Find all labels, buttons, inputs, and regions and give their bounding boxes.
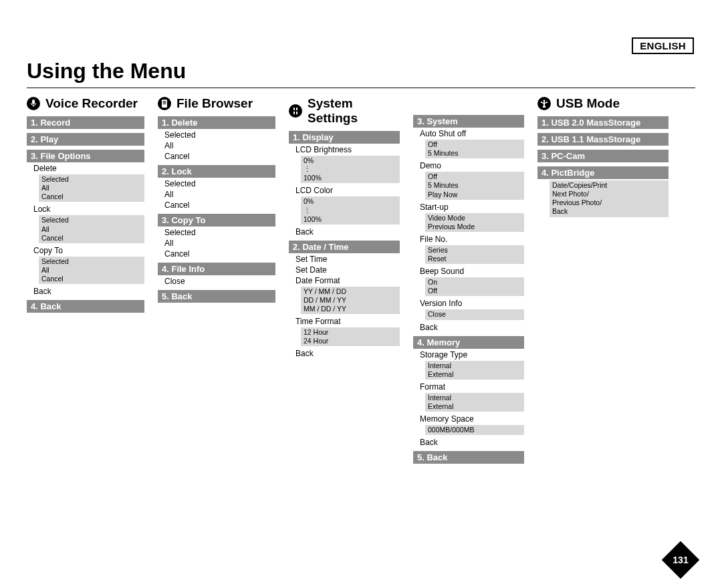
usb-20: 1. USB 2.0 MassStorage xyxy=(537,116,669,129)
heading-settings: System Settings xyxy=(308,96,400,126)
fb-delete: 1. Delete xyxy=(158,116,275,129)
section-head-filebrowser: File Browser xyxy=(158,96,275,111)
col-usb: USB Mode 1. USB 2.0 MassStorage 2. USB 1… xyxy=(537,96,669,220)
page-number: 131 xyxy=(667,547,694,573)
svg-rect-2 xyxy=(163,102,166,103)
fb-lock: 2. Lock xyxy=(158,165,275,178)
display-back: Back xyxy=(289,227,400,237)
fo-lock-sub: Selected All Cancel xyxy=(39,215,144,243)
pictbridge-sub: Date/Copies/Print Next Photo/ Previous P… xyxy=(550,180,669,217)
section-head-voice: Voice Recorder xyxy=(27,96,144,111)
svg-rect-3 xyxy=(163,104,166,104)
voice-fileoptions: 3. File Options xyxy=(27,150,144,162)
fo-back: Back xyxy=(27,287,144,296)
settings-icon xyxy=(289,104,302,118)
set-display: 1. Display xyxy=(289,131,400,144)
col-system-settings: System Settings 1. Display LCD Brightnes… xyxy=(289,96,524,464)
fb-back: 5. Back xyxy=(158,290,275,303)
fo-delete: Delete xyxy=(27,164,144,173)
lcd-brightness: LCD Brightness xyxy=(289,145,400,154)
voice-play: 2. Play xyxy=(27,133,144,146)
usb-pccam: 3. PC-Cam xyxy=(537,150,669,162)
set-memory: 4. Memory xyxy=(413,336,524,349)
timeformat-sub: 12 Hour 24 Hour xyxy=(301,327,400,346)
fo-copyto-sub: Selected All Cancel xyxy=(39,257,144,284)
fb-fileinfo: 4. File Info xyxy=(158,263,275,275)
language-badge: ENGLISH xyxy=(632,37,694,54)
usb-icon xyxy=(537,97,551,110)
heading-voice: Voice Recorder xyxy=(45,96,138,111)
page-number-badge: 131 xyxy=(667,547,694,573)
document-icon xyxy=(158,97,171,110)
voice-back: 4. Back xyxy=(27,300,144,313)
section-head-settings: System Settings xyxy=(289,96,400,126)
dateformat-sub: YY / MM / DD DD / MM / YY MM / DD / YY xyxy=(301,287,400,314)
fo-lock: Lock xyxy=(27,204,144,214)
heading-usb: USB Mode xyxy=(556,96,620,111)
fo-delete-sub: Selected All Cancel xyxy=(39,174,144,202)
set-back5: 5. Back xyxy=(413,451,524,464)
page-title: Using the Menu xyxy=(27,59,695,84)
lcd-color: LCD Color xyxy=(289,186,400,195)
set-datetime: 2. Date / Time xyxy=(289,241,400,253)
menu-columns: Voice Recorder 1. Record 2. Play 3. File… xyxy=(27,96,695,464)
usb-pictbridge: 4. PictBridge xyxy=(537,166,669,179)
set-system: 3. System xyxy=(413,115,524,128)
lcd-color-range: 0% ⋮ 100% xyxy=(301,196,400,224)
col-voice-recorder: Voice Recorder 1. Record 2. Play 3. File… xyxy=(27,96,144,313)
voice-record: 1. Record xyxy=(27,116,144,129)
col-file-browser: File Browser 1. Delete Selected All Canc… xyxy=(158,96,275,303)
fo-copyto: Copy To xyxy=(27,246,144,255)
fb-copyto: 3. Copy To xyxy=(158,214,275,227)
title-divider xyxy=(27,88,695,88)
heading-filebrowser: File Browser xyxy=(176,96,253,111)
section-head-usb: USB Mode xyxy=(537,96,669,111)
usb-11: 2. USB 1.1 MassStorage xyxy=(537,133,669,146)
svg-rect-1 xyxy=(163,101,166,102)
lcd-brightness-range: 0% ⋮ 100% xyxy=(301,156,400,183)
microphone-icon xyxy=(27,97,40,110)
